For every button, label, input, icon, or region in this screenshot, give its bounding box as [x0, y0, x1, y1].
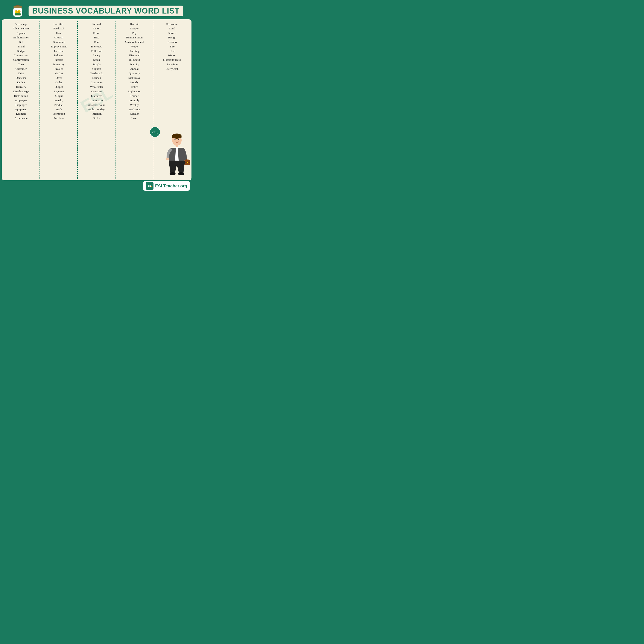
column-2: FacilitiesFeedbackGoalGrowthGuaranteeImp… [40, 21, 78, 179]
svg-point-12 [178, 139, 179, 140]
money-jar-icon: $ $ [10, 3, 25, 18]
word-item: Support [92, 67, 101, 71]
word-item: Employee [15, 98, 27, 103]
word-item: Budget [17, 49, 25, 53]
word-item: Application [128, 89, 141, 94]
word-item: Public holidays [88, 107, 106, 112]
word-item: Advertisement [12, 26, 29, 31]
word-item: Deficit [17, 80, 25, 85]
svg-point-6 [17, 11, 19, 13]
word-item: Confirmation [13, 58, 29, 62]
word-item: Hourly [130, 80, 138, 85]
svg-point-11 [175, 139, 176, 140]
word-item: Decrease [16, 76, 26, 80]
word-item: Monthly [129, 98, 140, 103]
word-item: Make redundant [125, 40, 144, 44]
word-item: Part-time [167, 62, 178, 67]
word-item: Interview [91, 44, 102, 49]
word-item: Growth [54, 35, 63, 40]
word-item: Product [54, 103, 63, 107]
word-item: Penalty [55, 98, 63, 103]
word-item: Industry [54, 53, 64, 58]
word-item: Consumer [91, 80, 103, 85]
word-item: Supply [93, 62, 101, 67]
word-item: Purchase [54, 116, 64, 121]
word-item: Rise [94, 35, 99, 40]
word-item: Lucrative [91, 94, 102, 98]
word-item: Sick leave [128, 76, 140, 80]
column-1: AdvantageAdvertisementAgendaAuthorizatio… [3, 21, 40, 179]
svg-point-24 [178, 172, 184, 175]
word-item: Resign [168, 35, 176, 40]
word-item: Payment [54, 89, 64, 94]
word-item: Dismiss [167, 40, 177, 44]
outer-container: $ $ BUSINESS VOCABULARY WORD LIST ESL Ad… [0, 0, 193, 193]
word-item: Guarantee [53, 40, 65, 44]
word-item: Maternity leave [163, 58, 181, 62]
word-item: Equipment [15, 107, 27, 112]
word-item: Offer [56, 76, 62, 80]
word-item: Order [55, 80, 62, 85]
word-item: Launch [92, 76, 101, 80]
word-item: Result [93, 31, 100, 35]
word-item: Worker [168, 53, 176, 58]
word-item: Co-worker [166, 22, 178, 26]
word-item: Invoice [55, 67, 63, 71]
word-item: Scarcity [130, 62, 139, 67]
word-item: Overtime [91, 89, 102, 94]
word-item: Authorization [13, 35, 29, 40]
main-content: ESL AdvantageAdvertisementAgendaAuthoriz… [2, 19, 191, 180]
word-item: Salary [93, 53, 100, 58]
word-item: Risk [94, 40, 99, 44]
word-item: Commission [14, 53, 28, 58]
word-item: Disadvantage [13, 89, 29, 94]
footer: ESLTeacher.org [2, 180, 191, 191]
word-item: Biannual [129, 53, 140, 58]
word-item: Retire [131, 85, 138, 89]
word-item: Remuneration [126, 35, 143, 40]
word-item: Trainee [130, 94, 139, 98]
word-item: Strike [93, 116, 100, 121]
svg-rect-20 [187, 159, 188, 161]
svg-point-13 [175, 139, 176, 140]
word-item: Annual [130, 67, 139, 71]
word-item: Delivery [16, 85, 26, 89]
word-item: Loan [131, 116, 137, 121]
word-item: Brand [18, 44, 25, 49]
word-item: Borrow [168, 31, 176, 35]
word-item: Mogul [55, 94, 63, 98]
column-4: RecruitMergerPayRemunerationMake redunda… [116, 21, 153, 179]
word-item: Stock [93, 58, 100, 62]
word-item: Recruit [130, 22, 139, 26]
svg-point-14 [179, 139, 179, 140]
word-item: Weekly [130, 103, 139, 107]
word-item: Lend [169, 26, 175, 31]
word-item: Costs [18, 62, 24, 67]
word-item: Unsocial hours [88, 103, 105, 107]
word-item: Merger [130, 26, 139, 31]
footer-book-icon [146, 182, 153, 190]
word-item: Inventory [53, 62, 64, 67]
footer-logo-text: ESLTeacher.org [155, 184, 187, 188]
word-item: Estimate [16, 112, 26, 116]
word-item: Hire [170, 49, 175, 53]
svg-rect-22 [187, 162, 188, 163]
word-item: Facilities [53, 22, 64, 26]
header: $ $ BUSINESS VOCABULARY WORD LIST [2, 2, 191, 19]
word-item: Earning [130, 49, 139, 53]
page-title: BUSINESS VOCABULARY WORD LIST [29, 6, 183, 16]
word-item: Debt [18, 71, 24, 76]
word-item: Employer [15, 103, 27, 107]
word-item: Agenda [17, 31, 26, 35]
word-item: Refund [92, 22, 101, 26]
word-item: Wage [131, 44, 138, 49]
character-illustration [164, 133, 190, 176]
word-item: Interest [55, 58, 63, 62]
word-item: Goal [56, 31, 62, 35]
svg-text:$: $ [19, 11, 20, 12]
svg-text:$: $ [16, 11, 17, 13]
word-item: Experience [15, 116, 28, 121]
esl-badge: ESL Teacher.org [150, 127, 160, 137]
word-item: Profit [56, 107, 62, 112]
word-item: Customer [15, 67, 27, 71]
